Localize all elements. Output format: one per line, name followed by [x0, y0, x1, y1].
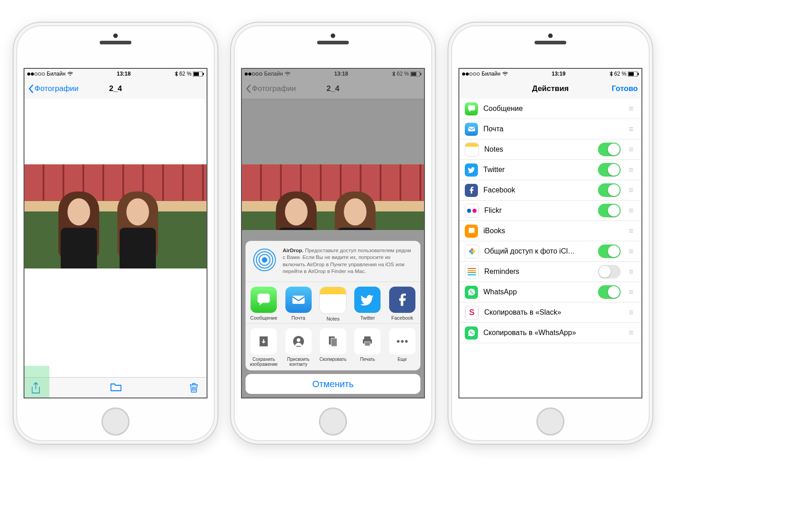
- activity-row-slack[interactable]: SСкопировать в «Slack»≡: [459, 302, 641, 323]
- svg-rect-4: [411, 72, 417, 76]
- reorder-handle[interactable]: ≡: [626, 226, 636, 236]
- toggle-switch[interactable]: [598, 244, 621, 258]
- save-icon: [251, 328, 277, 355]
- airdrop-section[interactable]: AirDrop. Предоставьте доступ пользовател…: [246, 241, 420, 282]
- reorder-handle[interactable]: ≡: [626, 104, 636, 114]
- toggle-switch[interactable]: [598, 183, 621, 197]
- facebook-icon: [389, 287, 415, 313]
- activity-row-reminders[interactable]: Reminders≡: [459, 262, 641, 282]
- home-button[interactable]: [536, 407, 564, 436]
- reorder-handle[interactable]: ≡: [626, 247, 636, 256]
- row-label: Flickr: [484, 206, 593, 215]
- signal-icon: [27, 71, 45, 77]
- app-label: Twitter: [352, 315, 383, 321]
- row-label: WhatsApp: [483, 288, 593, 296]
- action-label: Печать: [352, 357, 383, 362]
- share-highlight: [24, 366, 49, 398]
- reorder-handle[interactable]: ≡: [626, 267, 636, 277]
- back-button[interactable]: Фотографии: [28, 84, 78, 93]
- share-action-more[interactable]: Еще: [387, 328, 418, 367]
- status-bar: Билайн 13:18 62 %: [242, 69, 424, 79]
- back-button: Фотографии: [246, 84, 296, 93]
- trash-button[interactable]: [189, 382, 200, 393]
- app-label: Facebook: [387, 315, 418, 321]
- wifi-icon: [502, 72, 508, 76]
- share-app-message[interactable]: Сообщение: [248, 287, 279, 321]
- photo-viewer[interactable]: [24, 99, 207, 398]
- activity-row-notes[interactable]: Notes≡: [459, 139, 641, 160]
- activity-row-twitter[interactable]: Twitter≡: [459, 160, 641, 180]
- toggle-switch[interactable]: [598, 265, 621, 278]
- wifi-icon: [284, 72, 291, 76]
- mail-icon: [285, 287, 312, 313]
- reorder-handle[interactable]: ≡: [626, 165, 636, 175]
- activity-row-photos[interactable]: Общий доступ к фото iCl…≡: [459, 241, 641, 262]
- row-label: iBooks: [483, 227, 621, 235]
- nav-bar: Действия Готово: [459, 79, 641, 99]
- reorder-handle[interactable]: ≡: [626, 308, 636, 317]
- share-action-print[interactable]: Печать: [352, 328, 383, 367]
- share-action-save[interactable]: Сохранить изображение: [248, 328, 279, 367]
- activity-row-ibooks[interactable]: iBooks≡: [459, 221, 641, 241]
- share-action-copy[interactable]: Скопировать: [318, 328, 348, 367]
- chevron-left-icon: [246, 84, 251, 93]
- home-button[interactable]: [319, 407, 347, 436]
- message-icon: [251, 287, 277, 313]
- page-title: Действия: [532, 84, 569, 93]
- done-button[interactable]: Готово: [612, 84, 638, 93]
- home-button[interactable]: [101, 407, 130, 436]
- action-label: Присвоить контакту: [283, 357, 313, 367]
- toggle-switch[interactable]: [598, 285, 621, 299]
- reorder-handle[interactable]: ≡: [626, 186, 636, 195]
- wifi-icon: [67, 72, 73, 76]
- copy-icon: [320, 328, 346, 355]
- twitter-icon: [465, 163, 478, 177]
- print-icon: [354, 328, 381, 355]
- share-app-notes[interactable]: Notes: [318, 287, 348, 321]
- share-app-twitter[interactable]: Twitter: [352, 287, 383, 321]
- row-label: Скопировать в «Slack»: [484, 308, 621, 316]
- reorder-handle[interactable]: ≡: [626, 206, 636, 216]
- svg-rect-10: [292, 296, 304, 304]
- photo-content: [24, 164, 207, 268]
- bluetooth-icon: [609, 71, 613, 77]
- activity-row-whatsapp[interactable]: WhatsApp≡: [459, 282, 641, 302]
- activity-row-message[interactable]: Сообщение≡: [459, 99, 641, 119]
- contact-icon: [285, 328, 312, 355]
- svg-rect-5: [420, 73, 421, 75]
- mail-icon: [465, 123, 478, 136]
- status-bar: Билайн 13:18 62 %: [24, 69, 207, 79]
- row-label: Сообщение: [483, 105, 621, 113]
- battery-icon: [628, 72, 639, 77]
- reorder-handle[interactable]: ≡: [626, 288, 636, 297]
- svg-point-29: [469, 250, 472, 253]
- message-icon: [465, 102, 478, 115]
- reorder-handle[interactable]: ≡: [626, 328, 636, 338]
- svg-rect-24: [638, 73, 639, 75]
- twitter-icon: [354, 287, 381, 313]
- cancel-button[interactable]: Отменить: [246, 374, 420, 394]
- svg-point-19: [397, 340, 400, 343]
- share-sheet: AirDrop. Предоставьте доступ пользовател…: [246, 241, 420, 370]
- facebook-icon: [465, 184, 478, 197]
- share-action-contact[interactable]: Присвоить контакту: [283, 328, 313, 367]
- toggle-switch[interactable]: [598, 204, 621, 217]
- svg-point-21: [405, 340, 408, 343]
- reorder-handle[interactable]: ≡: [626, 145, 636, 154]
- activity-row-whatsapp[interactable]: Скопировать в «WhatsApp»≡: [459, 323, 641, 343]
- activity-row-facebook[interactable]: Facebook≡: [459, 180, 641, 201]
- slack-icon: S: [465, 306, 479, 320]
- activity-row-flickr[interactable]: Flickr≡: [459, 201, 641, 221]
- share-app-mail[interactable]: Почта: [283, 287, 313, 321]
- notes-icon: [465, 143, 479, 157]
- app-label: Notes: [318, 316, 348, 321]
- bottom-toolbar: [24, 377, 207, 398]
- toggle-switch[interactable]: [598, 163, 621, 177]
- reorder-handle[interactable]: ≡: [626, 125, 636, 134]
- folder-button[interactable]: [110, 382, 121, 393]
- activity-row-mail[interactable]: Почта≡: [459, 119, 641, 139]
- row-label: Скопировать в «WhatsApp»: [483, 329, 621, 337]
- toggle-switch[interactable]: [598, 143, 621, 156]
- battery-text: 62 %: [179, 71, 192, 77]
- share-app-facebook[interactable]: Facebook: [387, 287, 418, 321]
